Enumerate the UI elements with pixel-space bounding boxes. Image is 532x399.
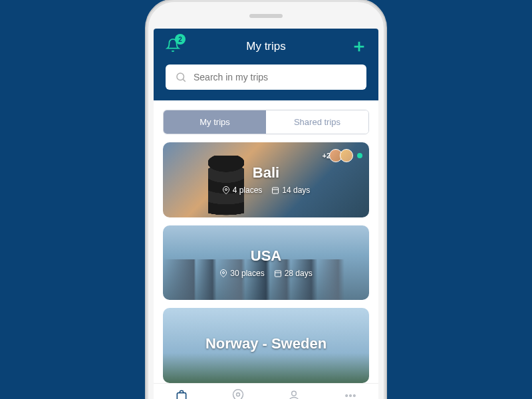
app-screen: 2 My trips My trips Shared trips +2 Bali… [154,29,378,399]
trip-name: Bali [253,164,279,182]
add-trip-button[interactable] [352,39,366,54]
notifications-button[interactable]: 2 [166,38,180,55]
trip-list: +2 Bali 4 places 14 days USA 30 places 2… [163,142,369,383]
suitcase-icon [175,389,188,399]
content-area: My trips Shared trips +2 Bali 4 places 1… [154,100,378,383]
search-icon [175,71,187,83]
svg-point-15 [353,395,355,397]
search-field[interactable] [194,72,357,82]
svg-line-3 [183,79,185,81]
svg-rect-10 [178,393,186,399]
notification-badge: 2 [175,34,186,45]
more-icon [344,389,357,399]
svg-point-14 [350,395,352,397]
svg-point-2 [177,73,184,80]
trip-card-norway[interactable]: Norway - Sweden [163,308,369,383]
svg-point-12 [292,391,297,396]
tab-my-trips[interactable]: My trips [164,110,266,134]
page-title: My trips [246,40,286,53]
trip-days: 28 days [285,269,313,278]
status-dot [357,153,362,158]
shared-avatars: +2 [322,149,362,162]
svg-point-11 [236,393,239,396]
calendar-icon [271,186,279,194]
app-header: 2 My trips [154,29,378,100]
trip-name: Norway - Sweden [205,335,327,352]
trip-tabs: My trips Shared trips [163,110,369,134]
calendar-icon [274,269,282,277]
pin-icon [231,389,245,399]
avatar [340,149,353,162]
svg-rect-5 [273,188,279,194]
bottom-nav: My trips Plan trip Profile More [154,383,378,399]
pin-icon [222,186,230,194]
trip-places: 30 places [230,269,264,278]
trip-name: USA [251,247,281,265]
trip-card-bali[interactable]: +2 Bali 4 places 14 days [163,142,369,217]
svg-point-13 [346,395,348,397]
pin-icon [219,269,227,277]
nav-plan-trip[interactable]: Plan trip [210,389,267,399]
nav-more[interactable]: More [323,389,379,399]
phone-frame: 2 My trips My trips Shared trips +2 Bali… [146,0,386,399]
trip-card-usa[interactable]: USA 30 places 28 days [163,225,369,301]
trip-places: 4 places [233,186,263,195]
tab-shared-trips[interactable]: Shared trips [266,110,368,134]
svg-point-7 [223,272,225,274]
search-input[interactable] [166,65,366,90]
trip-days: 14 days [282,186,310,195]
nav-my-trips[interactable]: My trips [154,389,210,399]
nav-profile[interactable]: Profile [266,389,323,399]
profile-icon [287,389,301,399]
svg-rect-8 [275,271,281,277]
svg-point-4 [225,189,227,191]
